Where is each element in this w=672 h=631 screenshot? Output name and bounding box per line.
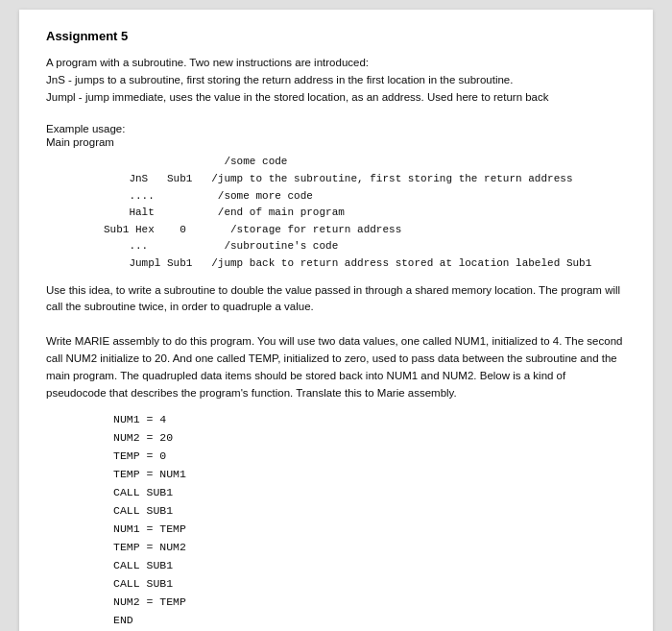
example-label: Example usage: xyxy=(46,123,626,134)
code-line-jns: JnS Sub1 /jump to the subroutine, first … xyxy=(104,171,626,188)
main-label: Main program xyxy=(46,136,626,148)
pseudo-line-1: NUM1 = 4 xyxy=(113,411,626,429)
intro-line-2: JnS - jumps to a subroutine, first stori… xyxy=(46,74,513,85)
pseudo-line-3: TEMP = 0 xyxy=(113,448,626,466)
code-line-dots2: .... /some more code xyxy=(104,188,626,206)
page-title: Assignment 5 xyxy=(46,29,626,43)
pseudo-line-6: CALL SUB1 xyxy=(113,502,626,521)
code-line-dots1: /some code xyxy=(104,154,626,171)
paragraph1: Use this idea, to write a subroutine to … xyxy=(46,282,626,317)
pseudo-line-10: CALL SUB1 xyxy=(113,575,626,594)
intro-line-1: A program with a subroutine. Two new ins… xyxy=(46,57,369,68)
pseudo-line-4: TEMP = NUM1 xyxy=(113,466,626,484)
pseudo-line-9: CALL SUB1 xyxy=(113,557,626,575)
pseudo-line-5: CALL SUB1 xyxy=(113,484,626,502)
intro-line-3: Jumpl - jump immediate, uses the value i… xyxy=(46,91,549,103)
pseudocode-block: NUM1 = 4 NUM2 = 20 TEMP = 0 TEMP = NUM1 … xyxy=(113,411,626,631)
pseudo-line-7: NUM1 = TEMP xyxy=(113,521,626,539)
pseudo-line-12: END xyxy=(113,612,626,630)
pseudo-line-2: NUM2 = 20 xyxy=(113,429,626,448)
intro-text: A program with a subroutine. Two new ins… xyxy=(46,55,626,106)
page-container: Assignment 5 A program with a subroutine… xyxy=(19,10,653,631)
paragraph2: Write MARIE assembly to do this program.… xyxy=(46,333,626,401)
code-line-sub1hex: Sub1 Hex 0 /storage for return address xyxy=(104,222,626,239)
example-code: /some code JnS Sub1 /jump to the subrout… xyxy=(104,154,626,272)
pseudo-line-8: TEMP = NUM2 xyxy=(113,539,626,557)
pseudo-line-11: NUM2 = TEMP xyxy=(113,594,626,612)
code-line-halt: Halt /end of main program xyxy=(104,205,626,222)
code-line-jumpl: Jumpl Sub1 /jump back to return address … xyxy=(104,255,626,273)
code-line-dots3: ... /subroutine's code xyxy=(104,238,626,255)
